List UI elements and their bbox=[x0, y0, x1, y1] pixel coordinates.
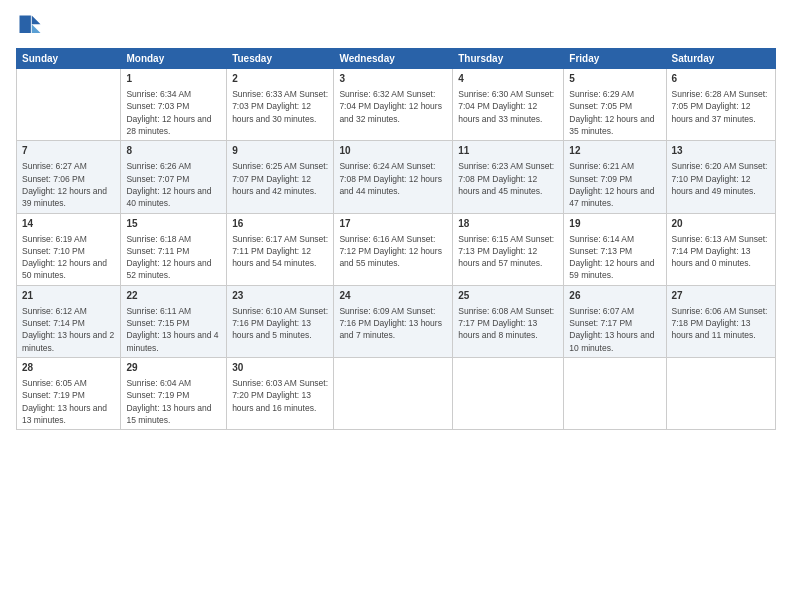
calendar-cell: 10Sunrise: 6:24 AM Sunset: 7:08 PM Dayli… bbox=[334, 141, 453, 213]
cell-content: Sunrise: 6:10 AM Sunset: 7:16 PM Dayligh… bbox=[232, 305, 328, 342]
cell-content: Sunrise: 6:24 AM Sunset: 7:08 PM Dayligh… bbox=[339, 160, 447, 197]
cell-content: Sunrise: 6:11 AM Sunset: 7:15 PM Dayligh… bbox=[126, 305, 221, 354]
day-number: 6 bbox=[672, 72, 771, 86]
calendar-cell bbox=[564, 358, 666, 430]
calendar-cell: 12Sunrise: 6:21 AM Sunset: 7:09 PM Dayli… bbox=[564, 141, 666, 213]
header-cell-friday: Friday bbox=[564, 49, 666, 69]
day-number: 2 bbox=[232, 72, 328, 86]
calendar-cell: 25Sunrise: 6:08 AM Sunset: 7:17 PM Dayli… bbox=[453, 285, 564, 357]
header-cell-sunday: Sunday bbox=[17, 49, 121, 69]
cell-content: Sunrise: 6:30 AM Sunset: 7:04 PM Dayligh… bbox=[458, 88, 558, 125]
day-number: 25 bbox=[458, 289, 558, 303]
calendar-week-row: 14Sunrise: 6:19 AM Sunset: 7:10 PM Dayli… bbox=[17, 213, 776, 285]
cell-content: Sunrise: 6:26 AM Sunset: 7:07 PM Dayligh… bbox=[126, 160, 221, 209]
calendar-cell: 2Sunrise: 6:33 AM Sunset: 7:03 PM Daylig… bbox=[227, 69, 334, 141]
calendar-cell: 3Sunrise: 6:32 AM Sunset: 7:04 PM Daylig… bbox=[334, 69, 453, 141]
day-number: 26 bbox=[569, 289, 660, 303]
header bbox=[16, 12, 776, 40]
calendar-cell: 14Sunrise: 6:19 AM Sunset: 7:10 PM Dayli… bbox=[17, 213, 121, 285]
header-cell-tuesday: Tuesday bbox=[227, 49, 334, 69]
calendar-week-row: 21Sunrise: 6:12 AM Sunset: 7:14 PM Dayli… bbox=[17, 285, 776, 357]
day-number: 17 bbox=[339, 217, 447, 231]
day-number: 11 bbox=[458, 144, 558, 158]
day-number: 5 bbox=[569, 72, 660, 86]
cell-content: Sunrise: 6:29 AM Sunset: 7:05 PM Dayligh… bbox=[569, 88, 660, 137]
day-number: 9 bbox=[232, 144, 328, 158]
cell-content: Sunrise: 6:27 AM Sunset: 7:06 PM Dayligh… bbox=[22, 160, 115, 209]
calendar-cell: 21Sunrise: 6:12 AM Sunset: 7:14 PM Dayli… bbox=[17, 285, 121, 357]
day-number: 30 bbox=[232, 361, 328, 375]
calendar-cell: 8Sunrise: 6:26 AM Sunset: 7:07 PM Daylig… bbox=[121, 141, 227, 213]
day-number: 12 bbox=[569, 144, 660, 158]
day-number: 24 bbox=[339, 289, 447, 303]
day-number: 4 bbox=[458, 72, 558, 86]
cell-content: Sunrise: 6:07 AM Sunset: 7:17 PM Dayligh… bbox=[569, 305, 660, 354]
cell-content: Sunrise: 6:13 AM Sunset: 7:14 PM Dayligh… bbox=[672, 233, 771, 270]
cell-content: Sunrise: 6:09 AM Sunset: 7:16 PM Dayligh… bbox=[339, 305, 447, 342]
day-number: 8 bbox=[126, 144, 221, 158]
calendar-cell: 22Sunrise: 6:11 AM Sunset: 7:15 PM Dayli… bbox=[121, 285, 227, 357]
calendar-cell: 15Sunrise: 6:18 AM Sunset: 7:11 PM Dayli… bbox=[121, 213, 227, 285]
day-number: 7 bbox=[22, 144, 115, 158]
calendar-cell: 13Sunrise: 6:20 AM Sunset: 7:10 PM Dayli… bbox=[666, 141, 776, 213]
calendar-cell: 23Sunrise: 6:10 AM Sunset: 7:16 PM Dayli… bbox=[227, 285, 334, 357]
cell-content: Sunrise: 6:05 AM Sunset: 7:19 PM Dayligh… bbox=[22, 377, 115, 426]
cell-content: Sunrise: 6:06 AM Sunset: 7:18 PM Dayligh… bbox=[672, 305, 771, 342]
day-number: 10 bbox=[339, 144, 447, 158]
cell-content: Sunrise: 6:04 AM Sunset: 7:19 PM Dayligh… bbox=[126, 377, 221, 426]
calendar-cell: 18Sunrise: 6:15 AM Sunset: 7:13 PM Dayli… bbox=[453, 213, 564, 285]
page: SundayMondayTuesdayWednesdayThursdayFrid… bbox=[0, 0, 792, 612]
header-cell-monday: Monday bbox=[121, 49, 227, 69]
cell-content: Sunrise: 6:33 AM Sunset: 7:03 PM Dayligh… bbox=[232, 88, 328, 125]
day-number: 3 bbox=[339, 72, 447, 86]
calendar-cell: 4Sunrise: 6:30 AM Sunset: 7:04 PM Daylig… bbox=[453, 69, 564, 141]
cell-content: Sunrise: 6:25 AM Sunset: 7:07 PM Dayligh… bbox=[232, 160, 328, 197]
cell-content: Sunrise: 6:32 AM Sunset: 7:04 PM Dayligh… bbox=[339, 88, 447, 125]
calendar-cell: 9Sunrise: 6:25 AM Sunset: 7:07 PM Daylig… bbox=[227, 141, 334, 213]
calendar-cell: 29Sunrise: 6:04 AM Sunset: 7:19 PM Dayli… bbox=[121, 358, 227, 430]
calendar-cell: 16Sunrise: 6:17 AM Sunset: 7:11 PM Dayli… bbox=[227, 213, 334, 285]
day-number: 27 bbox=[672, 289, 771, 303]
calendar-cell: 6Sunrise: 6:28 AM Sunset: 7:05 PM Daylig… bbox=[666, 69, 776, 141]
calendar-week-row: 28Sunrise: 6:05 AM Sunset: 7:19 PM Dayli… bbox=[17, 358, 776, 430]
day-number: 18 bbox=[458, 217, 558, 231]
cell-content: Sunrise: 6:20 AM Sunset: 7:10 PM Dayligh… bbox=[672, 160, 771, 197]
calendar-header-row: SundayMondayTuesdayWednesdayThursdayFrid… bbox=[17, 49, 776, 69]
cell-content: Sunrise: 6:12 AM Sunset: 7:14 PM Dayligh… bbox=[22, 305, 115, 354]
day-number: 22 bbox=[126, 289, 221, 303]
calendar-cell bbox=[453, 358, 564, 430]
calendar-cell: 17Sunrise: 6:16 AM Sunset: 7:12 PM Dayli… bbox=[334, 213, 453, 285]
logo-icon bbox=[16, 12, 44, 40]
calendar-cell: 28Sunrise: 6:05 AM Sunset: 7:19 PM Dayli… bbox=[17, 358, 121, 430]
day-number: 20 bbox=[672, 217, 771, 231]
calendar-cell: 26Sunrise: 6:07 AM Sunset: 7:17 PM Dayli… bbox=[564, 285, 666, 357]
day-number: 29 bbox=[126, 361, 221, 375]
cell-content: Sunrise: 6:28 AM Sunset: 7:05 PM Dayligh… bbox=[672, 88, 771, 125]
svg-marker-1 bbox=[32, 24, 41, 33]
calendar-week-row: 7Sunrise: 6:27 AM Sunset: 7:06 PM Daylig… bbox=[17, 141, 776, 213]
calendar-cell bbox=[17, 69, 121, 141]
day-number: 19 bbox=[569, 217, 660, 231]
cell-content: Sunrise: 6:19 AM Sunset: 7:10 PM Dayligh… bbox=[22, 233, 115, 282]
day-number: 23 bbox=[232, 289, 328, 303]
header-cell-saturday: Saturday bbox=[666, 49, 776, 69]
calendar-cell: 1Sunrise: 6:34 AM Sunset: 7:03 PM Daylig… bbox=[121, 69, 227, 141]
calendar-cell: 5Sunrise: 6:29 AM Sunset: 7:05 PM Daylig… bbox=[564, 69, 666, 141]
calendar-week-row: 1Sunrise: 6:34 AM Sunset: 7:03 PM Daylig… bbox=[17, 69, 776, 141]
cell-content: Sunrise: 6:34 AM Sunset: 7:03 PM Dayligh… bbox=[126, 88, 221, 137]
svg-marker-0 bbox=[32, 16, 41, 25]
day-number: 21 bbox=[22, 289, 115, 303]
day-number: 14 bbox=[22, 217, 115, 231]
calendar-cell: 27Sunrise: 6:06 AM Sunset: 7:18 PM Dayli… bbox=[666, 285, 776, 357]
cell-content: Sunrise: 6:23 AM Sunset: 7:08 PM Dayligh… bbox=[458, 160, 558, 197]
svg-rect-2 bbox=[20, 16, 31, 34]
calendar-cell: 19Sunrise: 6:14 AM Sunset: 7:13 PM Dayli… bbox=[564, 213, 666, 285]
day-number: 15 bbox=[126, 217, 221, 231]
calendar-cell: 30Sunrise: 6:03 AM Sunset: 7:20 PM Dayli… bbox=[227, 358, 334, 430]
calendar-cell: 11Sunrise: 6:23 AM Sunset: 7:08 PM Dayli… bbox=[453, 141, 564, 213]
calendar-body: 1Sunrise: 6:34 AM Sunset: 7:03 PM Daylig… bbox=[17, 69, 776, 430]
cell-content: Sunrise: 6:16 AM Sunset: 7:12 PM Dayligh… bbox=[339, 233, 447, 270]
calendar-cell: 20Sunrise: 6:13 AM Sunset: 7:14 PM Dayli… bbox=[666, 213, 776, 285]
cell-content: Sunrise: 6:21 AM Sunset: 7:09 PM Dayligh… bbox=[569, 160, 660, 209]
day-number: 1 bbox=[126, 72, 221, 86]
